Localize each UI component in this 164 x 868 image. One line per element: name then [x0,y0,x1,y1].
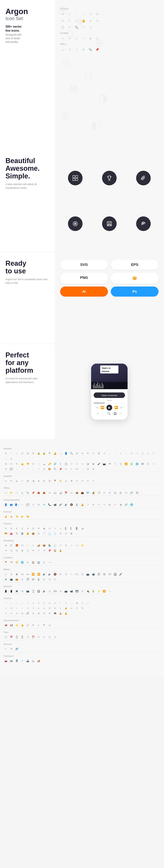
sh-receipt: 🧾 [53,543,57,548]
ctrl-rewind[interactable]: ⏪ [100,406,104,409]
phone-icon-shuffle: ⇄ [97,412,99,415]
ct-dn: ↓ [9,601,13,605]
fn-dollar: $ [9,526,13,530]
ready-section: Ready to use Argon Icon Set is completel… [0,252,164,344]
viz-bars [91,382,128,389]
ad-target: ◎ [47,623,52,627]
cm-forward: ↪ [102,502,107,507]
g-flag: ⚑ [47,451,52,456]
fn-eye3: ⊙ [47,526,52,530]
ctrl-forward[interactable]: ⏩ [115,406,118,409]
icon-link: ⊕ [95,18,100,23]
g-zoom-in: ⊕ [75,451,79,456]
icon-refresh: ↻ [74,18,79,23]
ctrl-next[interactable]: ⏭ [120,406,123,409]
sh-box: 📦 [42,543,46,548]
ad-eye: 👁 [31,623,35,627]
song-info-btn[interactable]: Задать за мертвов [94,393,125,398]
office-icon-row: ▭ ⊟ ◻ ⊞ 📎 📌 [60,47,159,52]
cm-globe: 🌐 [129,502,134,507]
icon-count: 300+ vector [5,25,49,28]
divider-1 [4,472,160,472]
md-stop: ⏹ [14,572,19,576]
cat-office: Office [4,487,160,489]
g-terminal: _ [80,467,85,471]
dv-watch: ⌚ [31,589,35,593]
ct-eye-off: 👁‍🗨 [53,611,57,615]
platform-desc: It is ideal for working with sites, appl… [5,377,49,384]
fn-x: ✕ [4,526,8,530]
g-unlock: 🔓 [42,451,46,456]
g-record: ⏺ [91,462,95,466]
md-music: 🎵 [96,572,101,576]
g-download: ↓ [108,451,112,456]
sh-gift: 🎁 [14,543,19,548]
fn-coin: ◎ [31,526,35,530]
ct-up-dbl: ⇑ [36,601,41,605]
location-grid: 📍 🗺 🧭 🌐 ➤ 🏠 🏢 ◎ ⟶ [4,560,160,564]
dv-plug: 🔌 [86,589,90,593]
md-radio: 📻 [14,577,19,582]
g-code: </> [75,467,79,471]
cat-general: General [4,447,160,450]
tr-ship: 🚢 [26,658,30,663]
icon-bookmark: ⊡ [88,11,93,17]
science-grid: ⚛ ⚗ 🧬 [4,647,160,651]
ctrl-prev[interactable]: ⏮ [95,406,98,409]
md-vol-dn: 🔉 [47,572,52,576]
ct-unlink: ⊡ [31,611,35,615]
g-share: ↗ [102,451,107,456]
md-shuf: ⇄ [58,572,63,576]
ad-like: 👍 [20,623,25,627]
icon-star: ☆ [81,11,86,17]
md-rew: ⏪ [31,572,35,576]
dv-usb: ⊡ [80,589,85,593]
full-icons-section: General ➤ ♡ ☆ ⊡ ⊞ ☰ 🔒 🔓 ⚑ 🔔 ⌂ 👤 🔍 ⊕ ⊖ 👁 … [0,439,164,676]
icon-power: ⏻ [60,25,65,30]
ct-lock: 🔒 [58,611,63,615]
cm-users: 👥 [9,502,13,507]
fn-eye2: ◉ [42,526,46,530]
ct-check: ✓ [4,606,8,610]
icon-pencil2: ✐ [74,36,79,41]
g-info: ℹ [140,451,145,456]
gr-rotate: ↻ [75,479,79,483]
g-resize: ⤡ [151,462,156,466]
md-note: 🎵 [26,577,30,582]
g-database: ⊛ [91,467,95,471]
g-tag2: 🏷 [64,467,68,471]
watermark-5: ◎ [62,55,72,68]
g-camera: 📷 [102,462,107,466]
icon-sliders: ⊫ [67,18,72,23]
md-notes: 🎶 [31,577,35,582]
gr-flip: ⇌ [80,479,85,483]
graphic-grid: ✏ ✒ 🖌 ✂ ⊠ ◑ ◈ ⊕ ⊞ 📍 📏 ◎ ✥ ↻ ⇌ ⊙ ↖ [4,479,160,483]
ctrl-play[interactable]: ▶ [107,405,112,410]
icon-pin: 📌 [95,47,100,52]
tr-train: 🚆 [14,658,19,663]
of-outbox: 📤 [42,491,46,495]
tm-clock2: ◷ [42,635,46,639]
g-arrows: ⇔ [9,457,13,461]
md-pause: ⏸ [9,572,13,576]
icon-grid: ⊞ [95,11,100,17]
fn-percent: % [58,531,63,536]
fn-box: 📦 [31,531,35,536]
sh-fav: ♥ [31,548,35,553]
ad-flag: ⚑ [42,623,46,627]
cm-share: ↗ [86,502,90,507]
divider-4 [4,507,160,508]
ct-unlock: 🔓 [64,611,68,615]
sh-star: ☆ [31,543,35,548]
format-eps: EPS [111,260,159,270]
cat-transport: Transport [4,655,160,657]
of-archive: 🗃 [69,491,74,495]
featured-icon-4 [60,203,90,245]
ct-lt-dbl: ⇐ [47,601,52,605]
of-clip: 📎 [26,491,30,495]
finance-grid-2: 💳 👛 🗄 🏦 💰 📦 ⊡ 📄 📃 🧾 % 🏷 🖩 [4,531,160,536]
sh-compare: ⇄ [42,548,46,553]
cm-reply: ↩ [96,502,101,507]
of-chart: 📊 [58,491,63,495]
icon-count2: line icons. [5,29,49,32]
